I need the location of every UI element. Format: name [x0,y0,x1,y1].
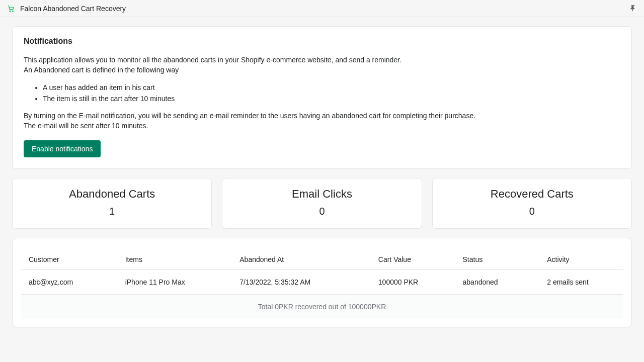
table-footer: Total 0PKR recovered out of 100000PKR [21,295,623,319]
col-items: Items [117,250,232,270]
col-customer: Customer [21,250,117,270]
col-status: Status [455,250,539,270]
topbar-left: Falcon Abandoned Cart Recovery [7,5,126,13]
app-title: Falcon Abandoned Cart Recovery [20,5,126,13]
stat-title: Email Clicks [227,188,416,201]
col-abandoned-at: Abandoned At [231,250,370,270]
svg-point-1 [12,11,13,12]
carts-table-card: Customer Items Abandoned At Cart Value S… [12,238,632,327]
stat-title: Abandoned Carts [18,188,206,201]
enable-notifications-button[interactable]: Enable notifications [24,140,101,157]
pin-icon[interactable] [629,5,637,13]
notifications-bullet: A user has added an item in his cart [43,82,620,93]
table-header-row: Customer Items Abandoned At Cart Value S… [21,250,623,270]
cell-activity: 2 emails sent [539,269,623,294]
stat-recovered-carts: Recovered Carts 0 [432,178,632,229]
cell-cart-value: 100000 PKR [370,269,455,294]
topbar: Falcon Abandoned Cart Recovery [0,0,644,17]
cart-icon [7,5,15,13]
notifications-intro-1: This application allows you to monitor a… [24,55,620,65]
stat-value: 0 [438,206,626,217]
page-content: Notifications This application allows yo… [0,17,644,336]
stats-row: Abandoned Carts 1 Email Clicks 0 Recover… [12,178,632,229]
cell-status: abandoned [455,269,539,294]
col-activity: Activity [539,250,623,270]
col-cart-value: Cart Value [370,250,455,270]
notifications-heading: Notifications [24,37,620,46]
stat-abandoned-carts: Abandoned Carts 1 [12,178,212,229]
notifications-outro-1: By turning on the E-mail notification, y… [24,111,620,121]
notifications-outro-2: The e-mail will be sent after 10 minutes… [24,121,620,131]
cell-items: iPhone 11 Pro Max [117,269,232,294]
table-row: abc@xyz.com iPhone 11 Pro Max 7/13/2022,… [21,269,623,294]
svg-point-0 [10,11,11,12]
stat-value: 0 [227,206,416,217]
carts-table: Customer Items Abandoned At Cart Value S… [21,250,623,295]
notifications-bullet-list: A user has added an item in his cart The… [43,82,620,104]
cell-abandoned-at: 7/13/2022, 5:35:32 AM [231,269,370,294]
cell-customer: abc@xyz.com [21,269,117,294]
notifications-bullet: The item is still in the cart after 10 m… [43,94,620,104]
stat-value: 1 [18,206,206,217]
stat-title: Recovered Carts [438,188,626,201]
notifications-intro-2: An Abandoned cart is defined in the foll… [24,65,620,75]
notifications-card: Notifications This application allows yo… [12,26,632,169]
stat-email-clicks: Email Clicks 0 [222,178,422,229]
